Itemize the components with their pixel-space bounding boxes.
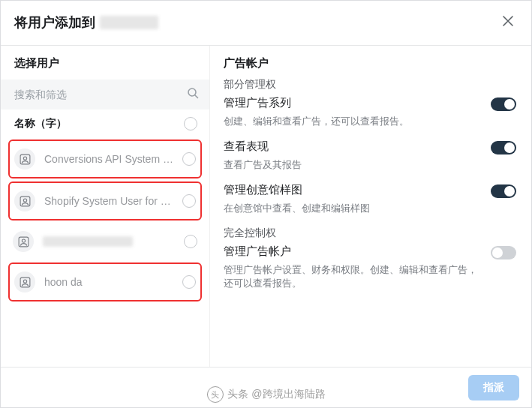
user-avatar-icon	[14, 272, 35, 292]
user-row[interactable]: Conversions API System U...	[8, 140, 202, 178]
search-icon	[187, 87, 199, 102]
user-row-left: Conversions API System U...	[14, 148, 175, 170]
close-icon	[503, 16, 513, 26]
user-select-radio[interactable]	[182, 194, 196, 208]
permission-desc: 查看广告及其报告	[224, 158, 477, 172]
user-name-redacted	[43, 236, 133, 247]
permission-title: 管理广告帐户	[224, 244, 477, 259]
permission-text: 管理创意馆样图在创意馆中查看、创建和编辑样图	[224, 183, 477, 216]
select-all-radio[interactable]	[184, 117, 197, 130]
user-row-left: hoon da	[14, 272, 175, 292]
user-row-left: Shopify System User for Re...	[14, 190, 175, 212]
user-avatar-icon	[13, 231, 34, 252]
search-input[interactable]	[14, 88, 187, 100]
user-row[interactable]: Shopify System User for Re...	[8, 182, 202, 220]
permission-title: 查看表现	[224, 140, 477, 154]
permission-text: 管理广告系列创建、编辑和查看广告，还可以查看报告。	[224, 96, 477, 129]
permission-toggle[interactable]	[491, 141, 516, 154]
user-row[interactable]	[8, 224, 202, 260]
permission-desc: 管理广告帐户设置、财务和权限。创建、编辑和查看广告，还可以查看报告。	[224, 263, 477, 292]
user-list: Conversions API System U...Shopify Syste…	[1, 138, 209, 304]
permission-desc: 在创意馆中查看、创建和编辑样图	[224, 202, 477, 216]
user-avatar-icon	[14, 190, 35, 212]
title-prefix: 将用户添加到	[14, 14, 95, 32]
svg-point-9	[23, 279, 26, 282]
search-row	[1, 80, 209, 110]
permission-text: 查看表现查看广告及其报告	[224, 140, 477, 172]
permission-toggle[interactable]	[491, 246, 516, 260]
permission-row: 管理广告帐户管理广告帐户设置、财务和权限。创建、编辑和查看广告，还可以查看报告。	[224, 244, 516, 292]
user-name: hoon da	[44, 276, 83, 288]
left-panel: 选择用户 名称（字） Conversions API System U...Sh…	[1, 46, 209, 370]
permission-section-label: 部分管理权	[224, 78, 516, 92]
title-redacted	[100, 16, 158, 29]
name-column-header: 名称（字）	[14, 117, 67, 130]
confirm-button[interactable]: 指派	[468, 375, 519, 400]
user-select-radio[interactable]	[182, 152, 196, 166]
user-select-radio[interactable]	[182, 275, 196, 289]
right-title: 广告帐户	[224, 56, 516, 70]
svg-point-3	[23, 156, 26, 159]
permission-row: 管理创意馆样图在创意馆中查看、创建和编辑样图	[224, 183, 516, 216]
permission-row: 管理广告系列创建、编辑和查看广告，还可以查看报告。	[224, 96, 516, 129]
dialog-footer: 指派	[1, 367, 531, 407]
permission-toggle[interactable]	[491, 184, 516, 198]
dialog-title: 将用户添加到	[14, 14, 158, 32]
user-select-radio[interactable]	[184, 235, 197, 248]
permission-section-label: 完全控制权	[224, 226, 516, 240]
select-users-label: 选择用户	[1, 46, 209, 80]
dialog-header: 将用户添加到	[1, 1, 531, 46]
permission-toggle[interactable]	[491, 98, 516, 111]
svg-line-1	[195, 95, 198, 98]
user-name: Conversions API System U...	[44, 153, 175, 165]
permission-title: 管理创意馆样图	[224, 183, 477, 197]
permission-desc: 创建、编辑和查看广告，还可以查看报告。	[224, 115, 477, 129]
svg-point-7	[22, 238, 25, 242]
svg-point-5	[23, 198, 26, 201]
close-button[interactable]	[498, 11, 518, 33]
user-avatar-icon	[14, 148, 35, 170]
right-panel: 广告帐户 部分管理权管理广告系列创建、编辑和查看广告，还可以查看报告。查看表现查…	[209, 46, 531, 370]
user-row-left	[13, 231, 176, 252]
dialog-body: 选择用户 名称（字） Conversions API System U...Sh…	[1, 46, 531, 370]
permission-title: 管理广告系列	[224, 96, 477, 110]
name-column-header-row[interactable]: 名称（字）	[1, 110, 209, 138]
permission-row: 查看表现查看广告及其报告	[224, 140, 516, 172]
permission-text: 管理广告帐户管理广告帐户设置、财务和权限。创建、编辑和查看广告，还可以查看报告。	[224, 244, 477, 292]
user-name: Shopify System User for Re...	[44, 195, 175, 207]
user-row[interactable]: hoon da	[8, 262, 202, 302]
permissions-sections: 部分管理权管理广告系列创建、编辑和查看广告，还可以查看报告。查看表现查看广告及其…	[224, 78, 516, 291]
